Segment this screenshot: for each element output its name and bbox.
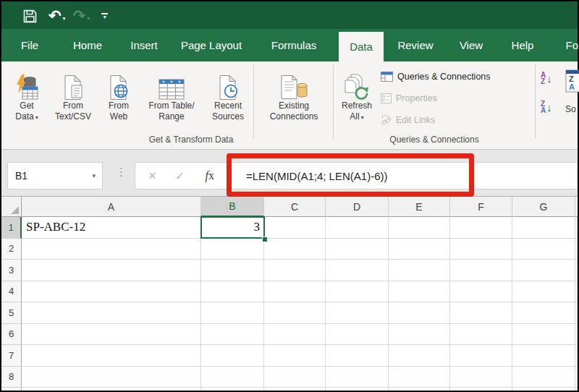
tab-insert[interactable]: Insert	[126, 29, 162, 61]
insert-function-icon[interactable]: fx	[206, 169, 214, 182]
cell-b4[interactable]	[201, 281, 264, 303]
cell-g9[interactable]	[512, 388, 575, 391]
cell-c6[interactable]	[264, 324, 326, 346]
cell-b8[interactable]	[201, 367, 264, 388]
formula-bar-resize-handle[interactable]: ⋮	[116, 166, 127, 179]
cell-f7[interactable]	[450, 345, 512, 367]
tab-data[interactable]: Data	[339, 32, 384, 61]
cell-b6[interactable]	[201, 324, 264, 346]
enter-icon[interactable]: ✓	[175, 169, 185, 183]
cell-f8[interactable]	[450, 367, 512, 388]
cell-f3[interactable]	[450, 260, 512, 281]
from-web-button[interactable]: From Web	[100, 64, 138, 122]
cell-a8[interactable]	[22, 367, 201, 388]
from-text-csv-button[interactable]: From Text/CSV	[46, 64, 100, 122]
column-header-c[interactable]: C	[264, 197, 326, 217]
column-header-f[interactable]: F	[450, 197, 512, 217]
column-header-d[interactable]: D	[326, 197, 389, 217]
cell-d8[interactable]	[326, 367, 389, 388]
queries-connections-button[interactable]: Queries & Connections	[381, 69, 491, 85]
cell-c8[interactable]	[264, 367, 326, 388]
existing-connections-button[interactable]: Existing Connections	[256, 64, 331, 122]
sort-az-ascending-button[interactable]: AZ ↓	[541, 72, 552, 85]
tab-help[interactable]: Help	[507, 29, 538, 61]
cell-b9[interactable]	[201, 388, 264, 391]
tab-file[interactable]: File	[13, 29, 46, 61]
row-header-9[interactable]: 9	[1, 388, 22, 391]
undo-dropdown-caret[interactable]: ▾	[63, 15, 66, 22]
cell-f9[interactable]	[450, 388, 512, 391]
cell-b2[interactable]	[201, 239, 264, 260]
cell-e8[interactable]	[389, 367, 450, 388]
get-data-button[interactable]: Get Data▾	[6, 64, 48, 123]
cell-b5[interactable]	[201, 302, 264, 324]
cell-a1[interactable]: SP-ABC-12	[22, 217, 201, 239]
undo-button[interactable]: ↶ ▾	[48, 7, 66, 25]
cell-g4[interactable]	[512, 281, 575, 303]
tab-home[interactable]: Home	[68, 29, 107, 61]
row-header-4[interactable]: 4	[1, 281, 22, 303]
refresh-all-button[interactable]: Refresh All▾	[335, 64, 379, 123]
cell-c2[interactable]	[264, 239, 326, 260]
cell-g8[interactable]	[512, 367, 575, 388]
edit-links-button[interactable]: Edit Links	[381, 112, 435, 128]
column-header-g[interactable]: G	[512, 197, 575, 217]
column-header-a[interactable]: A	[22, 197, 201, 217]
redo-button[interactable]: ↷ ▾	[73, 7, 90, 25]
tab-foxit[interactable]: Fox	[559, 29, 579, 61]
cell-a9[interactable]	[22, 388, 201, 391]
from-table-range-button[interactable]: From Table/ Range	[139, 64, 204, 122]
cell-g6[interactable]	[512, 324, 575, 346]
cell-g1[interactable]	[512, 217, 575, 239]
cell-f2[interactable]	[450, 239, 512, 260]
tab-formulas[interactable]: Formulas	[268, 29, 320, 61]
cell-b3[interactable]	[201, 260, 264, 281]
select-all-corner[interactable]	[1, 197, 22, 217]
cell-e2[interactable]	[389, 239, 450, 260]
cell-f1[interactable]	[450, 217, 512, 239]
cell-g7[interactable]	[512, 345, 575, 367]
cell-c5[interactable]	[264, 302, 326, 324]
name-box-dropdown-icon[interactable]: ▾	[92, 172, 102, 179]
cell-g2[interactable]	[512, 239, 575, 260]
fill-handle[interactable]	[262, 237, 268, 242]
cell-c9[interactable]	[264, 388, 326, 391]
cell-b7[interactable]	[201, 345, 264, 367]
cell-d1[interactable]	[326, 217, 389, 239]
cell-f4[interactable]	[450, 281, 512, 303]
cell-e5[interactable]	[389, 302, 450, 324]
sort-za-descending-button[interactable]: ZA ↓	[541, 101, 552, 114]
cell-a4[interactable]	[22, 281, 201, 303]
row-header-1[interactable]: 1	[1, 217, 22, 239]
properties-button[interactable]: Properties	[381, 90, 437, 106]
name-box[interactable]: B1 ▾	[7, 162, 103, 189]
cell-c1[interactable]	[264, 217, 326, 239]
row-header-5[interactable]: 5	[1, 302, 22, 324]
cell-a7[interactable]	[22, 345, 201, 367]
row-header-6[interactable]: 6	[1, 324, 22, 346]
cell-d5[interactable]	[326, 302, 389, 324]
cell-g5[interactable]	[512, 302, 575, 324]
recent-sources-button[interactable]: Recent Sources	[204, 64, 252, 122]
row-header-8[interactable]: 8	[1, 367, 22, 388]
sort-button[interactable]: Z A	[565, 69, 579, 95]
cell-d9[interactable]	[326, 388, 389, 391]
cell-d4[interactable]	[326, 281, 389, 303]
cell-e4[interactable]	[389, 281, 450, 303]
cell-e3[interactable]	[389, 260, 450, 281]
cell-c3[interactable]	[264, 260, 326, 281]
cell-e1[interactable]	[389, 217, 450, 239]
cell-a6[interactable]	[22, 324, 201, 346]
cell-f6[interactable]	[450, 324, 512, 346]
cell-d3[interactable]	[326, 260, 389, 281]
cell-g3[interactable]	[512, 260, 575, 281]
cell-d2[interactable]	[326, 239, 389, 260]
row-header-7[interactable]: 7	[1, 345, 22, 367]
save-button[interactable]	[23, 7, 37, 25]
cell-e7[interactable]	[389, 345, 450, 367]
cell-c7[interactable]	[264, 345, 326, 367]
cancel-icon[interactable]: ×	[148, 168, 156, 184]
customize-quick-access-button[interactable]: ▾	[101, 13, 108, 20]
cell-d7[interactable]	[326, 345, 389, 367]
cell-a5[interactable]	[22, 302, 201, 324]
